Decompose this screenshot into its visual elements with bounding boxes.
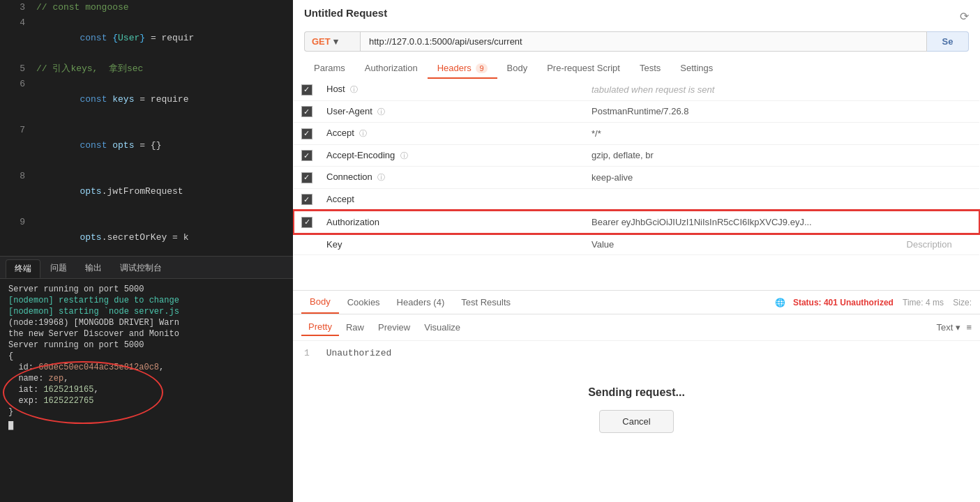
editor-panel: 3 // const mongoose 4 const {User} = req… [0, 0, 293, 502]
terminal-line-iat: iat: 1625219165, [8, 385, 218, 395]
format-preview[interactable]: Preview [371, 319, 417, 335]
response-text-unauthorized: Unauthorized [326, 348, 392, 358]
checkbox-authorization[interactable]: ✓ [301, 217, 312, 228]
checkbox-accept[interactable]: ✓ [301, 128, 312, 139]
code-area: 3 // const mongoose 4 const {User} = req… [0, 0, 293, 256]
info-icon-host: ⓘ [350, 85, 358, 93]
resp-tab-body[interactable]: Body [301, 291, 339, 314]
checkbox-acceptencoding[interactable]: ✓ [301, 150, 312, 161]
url-input[interactable] [360, 31, 927, 52]
header-row-accept2: ✓ Accept [294, 188, 979, 211]
response-size: Size: [953, 298, 972, 307]
info-icon-connection: ⓘ [377, 173, 385, 181]
terminal-line: █ [8, 421, 285, 431]
header-row-empty: Key Value Description [294, 234, 979, 255]
format-icon: ≡ [966, 322, 972, 333]
terminal-tab-problems[interactable]: 问题 [42, 259, 75, 278]
format-visualize[interactable]: Visualize [417, 319, 467, 335]
tab-prerequest[interactable]: Pre-request Script [537, 59, 630, 79]
header-key-accept: Accept ⓘ [319, 123, 585, 145]
code-line: 9 opts.secretOrKey = k [0, 215, 293, 256]
header-key-placeholder[interactable]: Key [319, 234, 585, 255]
resp-tab-testresults[interactable]: Test Results [453, 291, 519, 313]
header-value-placeholder[interactable]: Value [585, 234, 900, 255]
header-row-useragent: ✓ User-Agent ⓘ PostmanRuntime/7.26.8 [294, 100, 979, 123]
format-raw[interactable]: Raw [339, 319, 371, 335]
code-text: // 引入keys, 拿到sec [36, 61, 143, 77]
terminal-line: Server running on port 5000 [8, 284, 285, 294]
line-number-1: 1 [304, 348, 310, 358]
response-tabs: Body Cookies Headers (4) Test Results 🌐 … [293, 291, 980, 314]
code-line: 5 // 引入keys, 拿到sec [0, 61, 293, 77]
postman-content: ✓ Host ⓘ tabulated when request is sent … [293, 79, 980, 502]
tab-tests[interactable]: Tests [630, 59, 670, 79]
json-display: { id: 60dec50ec044ac35e812a0c8, name: ze… [8, 351, 218, 418]
info-icon-acceptencoding: ⓘ [400, 151, 408, 160]
terminal-tab-debug[interactable]: 调试控制台 [112, 259, 170, 278]
resp-tab-headers[interactable]: Headers (4) [389, 291, 453, 313]
header-value-connection: keep-alive [585, 167, 900, 189]
header-row-authorization: ✓ Authorization Bearer eyJhbGciOiJIUzI1N… [294, 211, 979, 234]
terminal-tab-terminal[interactable]: 终端 [6, 259, 40, 278]
text-format-select[interactable]: Text ▾ [937, 322, 961, 333]
terminal-body: Server running on port 5000 [nodemon] re… [0, 279, 293, 502]
header-value-accept: */* [585, 123, 900, 145]
terminal-line: { [8, 351, 218, 361]
request-title: Untitled Request [304, 7, 387, 19]
url-bar: GET ▾ Se [304, 31, 969, 52]
header-key-accept2: Accept [319, 188, 585, 211]
code-line: 4 const {User} = requir [0, 15, 293, 61]
name-value: zep [49, 374, 64, 383]
send-button[interactable]: Se [927, 31, 969, 52]
tab-params[interactable]: Params [304, 59, 355, 79]
terminal-panel: 终端 问题 输出 调试控制台 Server running on port 50… [0, 256, 293, 502]
text-format-label: Text [937, 322, 953, 333]
code-line: 7 const opts = {} [0, 123, 293, 169]
terminal-line: [nodemon] restarting due to change [8, 296, 285, 305]
terminal-tabs: 终端 问题 输出 调试控制台 [0, 257, 293, 279]
header-value-acceptencoding: gzip, deflate, br [585, 144, 900, 167]
line-number: 9 [6, 215, 25, 230]
tab-body[interactable]: Body [497, 59, 538, 79]
header-value-useragent: PostmanRuntime/7.26.8 [585, 100, 900, 123]
resp-tab-cookies[interactable]: Cookies [339, 291, 389, 313]
postman-top: Untitled Request ⟳ GET ▾ Se Params Autho… [293, 0, 980, 79]
format-pretty[interactable]: Pretty [301, 319, 339, 336]
checkbox-host[interactable]: ✓ [301, 84, 312, 96]
info-icon-useragent: ⓘ [377, 107, 385, 116]
header-row-host: ✓ Host ⓘ tabulated when request is sent [294, 79, 979, 100]
header-key-host: Host ⓘ [319, 79, 585, 100]
checkbox-accept2[interactable]: ✓ [301, 194, 312, 205]
line-number: 8 [6, 169, 25, 184]
header-row-connection: ✓ Connection ⓘ keep-alive [294, 167, 979, 189]
tab-authorization[interactable]: Authorization [355, 59, 428, 79]
checkbox-connection[interactable]: ✓ [301, 172, 312, 183]
response-status: 🌐 Status: 401 Unauthorized Time: 4 ms Si… [775, 298, 972, 307]
cancel-button[interactable]: Cancel [599, 410, 673, 433]
header-key-authorization: Authorization [319, 211, 585, 234]
collab-icon[interactable]: ⟳ [960, 10, 969, 23]
header-value-accept2 [585, 188, 900, 211]
terminal-line: [nodemon] starting `node server.js [8, 307, 285, 317]
header-value-host: tabulated when request is sent [585, 79, 900, 100]
id-value: 60dec50ec044ac35e812a0c8 [38, 363, 159, 372]
tab-headers[interactable]: Headers 9 [428, 59, 497, 79]
method-select[interactable]: GET ▾ [304, 31, 360, 52]
code-line: 3 // const mongoose [0, 0, 293, 15]
line-number: 5 [6, 61, 25, 77]
line-number: 6 [6, 77, 25, 92]
checkbox-useragent[interactable]: ✓ [301, 106, 312, 117]
tab-settings[interactable]: Settings [670, 59, 723, 79]
terminal-line: Server running on port 5000 [8, 340, 285, 350]
sending-overlay: Sending request... Cancel [293, 365, 980, 454]
terminal-line-name: name: zep, [8, 374, 218, 383]
header-description-placeholder: Description [900, 234, 979, 255]
header-row-accept: ✓ Accept ⓘ */* [294, 123, 979, 145]
headers-table: ✓ Host ⓘ tabulated when request is sent … [293, 79, 980, 255]
response-toolbar: Pretty Raw Preview Visualize Text ▾ ≡ [293, 314, 980, 341]
terminal-tab-output[interactable]: 输出 [77, 259, 110, 278]
terminal-line-exp: exp: 1625222765 [8, 396, 218, 406]
code-text: const {User} = requir [36, 15, 194, 61]
exp-value: 1625222765 [43, 396, 93, 406]
header-key-useragent: User-Agent ⓘ [319, 100, 585, 123]
